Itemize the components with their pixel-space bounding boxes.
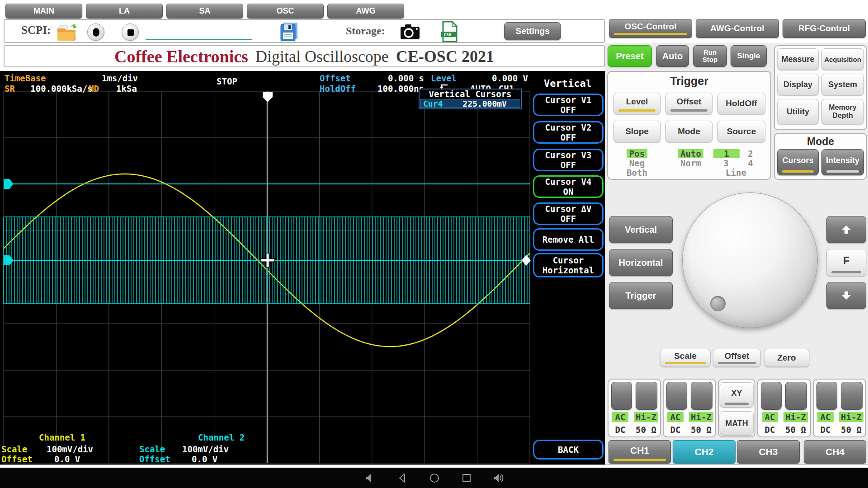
back-icon[interactable] (396, 471, 409, 485)
trigger-nav-button[interactable]: Trigger (609, 282, 673, 309)
ch4-coupling-button[interactable] (816, 382, 837, 410)
trigger-mode-button[interactable]: Mode (665, 121, 712, 142)
memory-depth-button[interactable]: Memory Depth (821, 99, 864, 124)
measure-button[interactable]: Measure (777, 48, 819, 70)
volume-down-icon[interactable] (363, 471, 377, 485)
channel-tab-ch4[interactable]: CH4 (804, 440, 866, 464)
remove-all-button[interactable]: Remove All (533, 228, 604, 251)
trig-offset-label: Offset (320, 73, 351, 83)
cursor-popup-row[interactable]: Cur4 225.000mV (420, 99, 520, 108)
stop-record-button[interactable] (122, 23, 139, 41)
tab-main[interactable]: MAIN (5, 4, 82, 19)
scpi-command-input[interactable] (146, 39, 252, 40)
fine-button[interactable]: F (826, 249, 866, 276)
trigger-mode-label: Mode (678, 127, 700, 136)
ch1-coupling-button[interactable] (611, 382, 632, 410)
screenshot-camera-icon[interactable] (400, 23, 420, 41)
ch3-coupling-button[interactable] (761, 382, 782, 410)
single-button[interactable]: Single (731, 45, 767, 67)
source-option-2[interactable]: 2 (745, 149, 756, 158)
slope-option-both[interactable]: Both (624, 168, 650, 177)
tab-osc-control-label: OSC-Control (624, 22, 676, 32)
channel-tab-ch2[interactable]: CH2 (673, 440, 736, 464)
xy-button[interactable]: XY (720, 382, 754, 408)
rotary-knob[interactable] (682, 192, 818, 328)
preset-button[interactable]: Preset (608, 45, 652, 67)
horizontal-nav-button[interactable]: Horizontal (609, 249, 673, 276)
display-button[interactable]: Display (777, 74, 819, 95)
save-icon[interactable] (279, 22, 298, 42)
auto-label: Auto (662, 51, 683, 61)
zero-adjust-button[interactable]: Zero (764, 349, 809, 367)
tab-osc-control[interactable]: OSC-Control (609, 19, 692, 38)
ch1-ac-label: AC (612, 412, 628, 422)
increment-up-button[interactable] (826, 216, 866, 243)
tab-osc[interactable]: OSC (247, 4, 324, 19)
tab-sa[interactable]: SA (166, 4, 243, 19)
slope-option-neg[interactable]: Neg (627, 159, 647, 168)
cursor-dv-button[interactable]: Cursor ΔVOFF (533, 202, 604, 225)
scale-adjust-button[interactable]: Scale (660, 349, 711, 367)
measure-label: Measure (781, 55, 814, 64)
trigger-holdoff-button[interactable]: HoldOff (717, 93, 765, 114)
knob-indicator-dot (710, 296, 726, 311)
home-icon[interactable] (428, 471, 441, 485)
settings-button[interactable]: Settings (504, 22, 561, 40)
ch2-impedance-button[interactable] (691, 382, 712, 410)
scale-adjust-label: Scale (674, 351, 697, 361)
channel-tab-ch3[interactable]: CH3 (737, 440, 800, 464)
trigger-level-button[interactable]: Level (613, 93, 660, 114)
system-button[interactable]: System (821, 74, 864, 95)
open-file-icon[interactable] (56, 22, 79, 41)
scope-display[interactable] (0, 71, 605, 465)
offset-adjust-button[interactable]: Offset (713, 349, 761, 367)
trigger-source-label: Source (727, 127, 756, 136)
ch3-impedance-button[interactable] (785, 382, 807, 410)
volume-up-icon[interactable] (492, 471, 505, 485)
cursor-horizontal-button[interactable]: CursorHorizontal (533, 253, 604, 277)
cursor-v2-label: Cursor V2 (545, 122, 592, 132)
source-option-1[interactable]: 1 (713, 149, 740, 158)
source-option-line[interactable]: Line (722, 168, 750, 177)
cursors-mode-button[interactable]: Cursors (777, 149, 819, 175)
cursor-v4-button[interactable]: Cursor V4ON (533, 175, 604, 198)
back-button[interactable]: BACK (533, 440, 604, 460)
export-csv-icon[interactable]: CSV (440, 21, 458, 42)
cursor-v2-button[interactable]: Cursor V2OFF (533, 121, 604, 144)
run-stop-button[interactable]: RunStop (693, 45, 727, 67)
mode-option-norm[interactable]: Norm (678, 159, 703, 168)
tab-rfg-control[interactable]: RFG-Control (783, 19, 866, 38)
cursor-v1-button[interactable]: Cursor V1OFF (533, 94, 604, 116)
ch2-coupling-button[interactable] (666, 382, 687, 410)
acquisition-button[interactable]: Acquisition (821, 48, 864, 70)
tab-la[interactable]: LA (86, 4, 163, 19)
trig-level-label: Level (431, 73, 457, 83)
cursor-v3-button[interactable]: Cursor V3OFF (533, 149, 604, 171)
mode-option-auto[interactable]: Auto (678, 149, 703, 158)
tab-awg[interactable]: AWG (327, 4, 404, 19)
tab-rfg-control-label: RFG-Control (798, 23, 850, 33)
channel1-scale-label: Scale (1, 444, 27, 454)
recents-icon[interactable] (460, 471, 473, 485)
tab-awg-control[interactable]: AWG-Control (696, 19, 779, 38)
source-option-4[interactable]: 4 (745, 159, 756, 168)
ch1-impedance-button[interactable] (636, 382, 657, 410)
trigger-source-button[interactable]: Source (717, 121, 765, 142)
trigger-offset-button[interactable]: Offset (665, 93, 712, 114)
math-button[interactable]: MATH (720, 411, 754, 436)
scope-area: TimeBase 1ms/div STOP Offset 0.000 s Lev… (0, 71, 605, 465)
increment-down-button[interactable] (826, 282, 866, 309)
bottom-separator (0, 465, 868, 468)
slope-option-pos[interactable]: Pos (627, 149, 647, 158)
channel-tab-ch1[interactable]: CH1 (609, 440, 671, 464)
trigger-slope-button[interactable]: Slope (613, 121, 660, 142)
record-button[interactable] (87, 23, 104, 41)
utility-label: Utility (787, 107, 809, 117)
ch4-impedance-button[interactable] (841, 382, 863, 410)
channel2-scale-value: 100mV/div (182, 444, 229, 454)
source-option-3[interactable]: 3 (721, 159, 731, 168)
intensity-mode-button[interactable]: Intensity (821, 149, 864, 175)
utility-button[interactable]: Utility (777, 99, 819, 124)
vertical-nav-button[interactable]: Vertical (609, 216, 673, 243)
auto-button[interactable]: Auto (656, 45, 689, 67)
